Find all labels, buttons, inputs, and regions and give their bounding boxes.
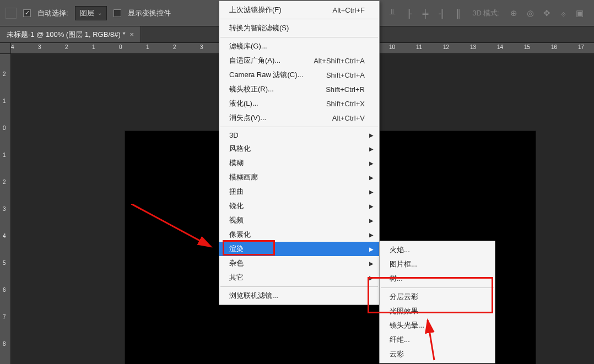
menu-item[interactable]: 风格化▶ (219, 142, 379, 156)
ruler-tick: 1 (92, 44, 95, 50)
ruler-tick: 17 (578, 44, 584, 50)
ruler-tick: 3 (3, 206, 6, 212)
auto-select-checkbox[interactable] (23, 9, 31, 17)
document-tab[interactable]: 未标题-1 @ 100% (图层 1, RGB/8#) * × (0, 26, 141, 42)
submenu-arrow-icon: ▶ (369, 275, 374, 281)
menu-item-label: 滤镜库(G)... (229, 41, 267, 51)
menu-item[interactable]: 镜头校正(R)...Shift+Ctrl+R (219, 82, 379, 96)
menu-item-label: 像素化 (229, 230, 251, 240)
menu-item[interactable]: 树... (380, 271, 495, 286)
ruler-tick: 3 (200, 44, 203, 50)
menu-item[interactable]: 杂色▶ (219, 256, 379, 270)
submenu-arrow-icon: ▶ (369, 160, 374, 166)
menu-item[interactable]: 渲染▶ (219, 242, 379, 256)
menu-item[interactable]: 浏览联机滤镜... (219, 289, 379, 303)
menu-item-label: 光照效果... (390, 306, 424, 316)
3d-camera-icon[interactable]: ▣ (574, 7, 586, 19)
submenu-arrow-icon: ▶ (369, 175, 374, 181)
ruler-tick: 1 (3, 98, 6, 104)
3d-pan-icon[interactable]: ✥ (541, 7, 553, 19)
align-right-icon[interactable]: ╢ (436, 7, 448, 19)
auto-select-label: 自动选择: (37, 8, 68, 18)
menu-item[interactable]: 镜头光晕... (380, 318, 495, 333)
ruler-tick: 7 (3, 314, 6, 320)
menu-item-label: 其它 (229, 273, 244, 282)
align-bot-icon[interactable]: ╨ (386, 7, 398, 19)
menu-shortcut: Shift+Ctrl+R (326, 85, 365, 94)
menu-item-label: 镜头校正(R)... (229, 84, 274, 94)
submenu-arrow-icon: ▶ (369, 260, 374, 267)
menu-item[interactable]: 锐化▶ (219, 199, 379, 213)
menu-item[interactable]: 模糊▶ (219, 156, 379, 170)
menu-item-label: 风格化 (229, 144, 251, 154)
3d-slide-icon[interactable]: ⟐ (557, 7, 569, 19)
ruler-tick: 1 (3, 152, 6, 158)
ruler-tick: 11 (416, 44, 422, 50)
ruler-tick: 0 (3, 125, 6, 131)
filter-menu: 上次滤镜操作(F)Alt+Ctrl+F转换为智能滤镜(S)滤镜库(G)...自适… (219, 1, 380, 305)
menu-item-label: 镜头光晕... (390, 320, 424, 330)
menu-item[interactable]: 纤维... (380, 333, 495, 347)
menu-item[interactable]: 图片框... (380, 257, 495, 271)
menu-item[interactable]: 像素化▶ (219, 227, 379, 242)
menu-item[interactable]: 火焰... (380, 243, 495, 257)
menu-item[interactable]: 消失点(V)...Alt+Ctrl+V (219, 111, 379, 125)
ruler-tick: 13 (470, 44, 476, 50)
menu-item-label: Camera Raw 滤镜(C)... (229, 70, 303, 80)
menu-separator (220, 286, 378, 287)
menu-item-label: 浏览联机滤镜... (229, 291, 278, 301)
menu-item[interactable]: 光照效果... (380, 304, 495, 318)
menu-item-label: 渲染 (229, 244, 244, 254)
menu-shortcut: Shift+Ctrl+X (326, 100, 365, 108)
menu-item[interactable]: 其它▶ (219, 270, 379, 285)
ruler-tick: 15 (524, 44, 530, 50)
menu-item-label: 分层云彩 (390, 292, 418, 302)
submenu-arrow-icon: ▶ (369, 146, 374, 152)
menu-item-label: 自适应广角(A)... (229, 56, 280, 66)
ruler-tick: 2 (65, 44, 68, 50)
dropdown-value: 图层 (80, 8, 94, 18)
menu-item-label: 上次滤镜操作(F) (229, 5, 282, 15)
ruler-vertical: 3210123456789 (0, 43, 11, 364)
menu-shortcut: Alt+Ctrl+V (332, 114, 365, 122)
ruler-tick: 2 (3, 179, 6, 185)
menu-item[interactable]: 液化(L)...Shift+Ctrl+X (219, 96, 379, 111)
menu-shortcut: Alt+Ctrl+F (332, 6, 365, 14)
distribute-icon[interactable]: ║ (452, 7, 465, 19)
ruler-tick: 10 (389, 44, 395, 50)
ruler-tick: 0 (119, 44, 122, 50)
menu-item-label: 锐化 (229, 201, 244, 211)
close-icon[interactable]: × (129, 30, 134, 39)
menu-item[interactable]: 模糊画廊▶ (219, 170, 379, 184)
menu-separator (220, 19, 378, 19)
menu-item[interactable]: 上次滤镜操作(F)Alt+Ctrl+F (219, 3, 379, 17)
menu-item-label: 模糊 (229, 158, 244, 168)
submenu-arrow-icon: ▶ (369, 132, 374, 138)
menu-item[interactable]: 云彩 (380, 347, 495, 361)
3d-rotate-icon[interactable]: ◎ (524, 7, 536, 19)
menu-item[interactable]: 转换为智能滤镜(S) (219, 21, 379, 35)
chevron-down-icon: ⌄ (98, 10, 102, 16)
menu-item-label: 图片框... (390, 259, 417, 269)
submenu-arrow-icon: ▶ (369, 232, 374, 238)
menu-item[interactable]: 3D▶ (219, 129, 379, 142)
menu-item-label: 液化(L)... (229, 99, 258, 108)
ruler-tick: 4 (11, 44, 14, 50)
menu-item[interactable]: Camera Raw 滤镜(C)...Shift+Ctrl+A (219, 68, 379, 82)
menu-item[interactable]: 扭曲▶ (219, 184, 379, 199)
menu-item[interactable]: 自适应广角(A)...Alt+Shift+Ctrl+A (219, 53, 379, 68)
submenu-arrow-icon: ▶ (369, 246, 374, 252)
ruler-tick: 12 (443, 44, 449, 50)
3d-orbit-icon[interactable]: ⊕ (507, 7, 520, 19)
auto-select-dropdown[interactable]: 图层 ⌄ (75, 6, 107, 20)
menu-item[interactable]: 分层云彩 (380, 290, 495, 304)
show-transform-checkbox[interactable] (114, 9, 121, 17)
menu-item-label: 树... (390, 274, 403, 284)
menu-item-label: 杂色 (229, 258, 244, 268)
menu-item-label: 视频 (229, 215, 244, 225)
menu-item[interactable]: 视频▶ (219, 213, 379, 227)
align-center-icon[interactable]: ╪ (419, 7, 431, 19)
align-left-icon[interactable]: ╟ (403, 7, 415, 19)
ruler-tick: 14 (497, 44, 503, 50)
menu-item[interactable]: 滤镜库(G)... (219, 39, 379, 53)
